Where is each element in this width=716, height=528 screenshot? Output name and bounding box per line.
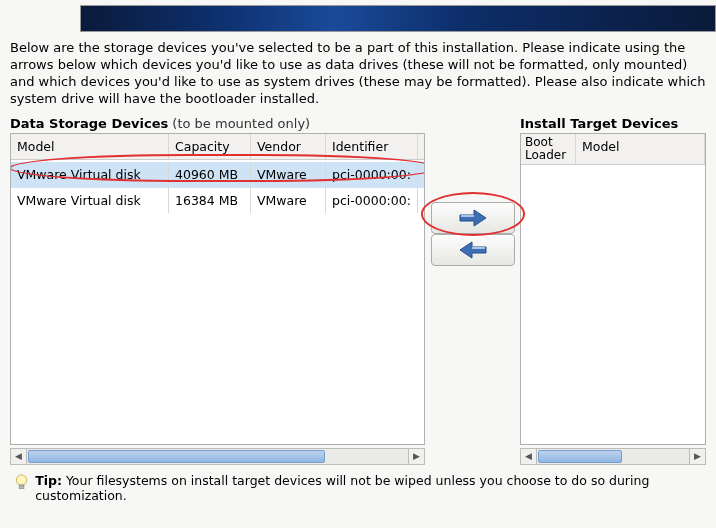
data-storage-header: Model Capacity Vendor Identifier — [11, 134, 424, 160]
arrow-left-icon — [458, 240, 488, 260]
svg-rect-1 — [19, 484, 24, 488]
tip-text: Tip: Your filesystems on install target … — [35, 473, 706, 503]
install-target-header: BootLoader Model — [521, 134, 705, 165]
tip-row: Tip: Your filesystems on install target … — [0, 465, 716, 503]
table-row[interactable]: VMware Virtual disk 16384 MB VMware pci-… — [11, 188, 424, 214]
move-left-button[interactable] — [431, 234, 515, 266]
header-banner-area — [0, 0, 716, 32]
data-storage-hscroll[interactable]: ◀ ▶ — [10, 448, 425, 465]
svg-point-0 — [16, 475, 26, 485]
col-model[interactable]: Model — [11, 134, 169, 159]
install-target-list[interactable]: BootLoader Model — [520, 133, 706, 445]
data-storage-title: Data Storage Devices (to be mounted only… — [10, 112, 425, 133]
scroll-left-icon[interactable]: ◀ — [521, 449, 537, 464]
col-model[interactable]: Model — [576, 134, 705, 164]
cell-identifier: pci-0000:00: — [326, 162, 418, 187]
cell-vendor: VMware — [251, 162, 326, 187]
col-capacity[interactable]: Capacity — [169, 134, 251, 159]
cell-capacity: 40960 MB — [169, 162, 251, 187]
move-right-button[interactable] — [431, 202, 515, 234]
cell-identifier: pci-0000:00: — [326, 188, 418, 213]
instruction-text: Below are the storage devices you've sel… — [0, 32, 716, 112]
install-target-hscroll[interactable]: ◀ ▶ — [520, 448, 706, 465]
scroll-right-icon[interactable]: ▶ — [408, 449, 424, 464]
cell-model: VMware Virtual disk — [11, 188, 169, 213]
cell-capacity: 16384 MB — [169, 188, 251, 213]
install-target-title: Install Target Devices — [520, 112, 706, 133]
lightbulb-icon — [14, 473, 29, 493]
col-identifier[interactable]: Identifier — [326, 134, 418, 159]
data-storage-list[interactable]: Model Capacity Vendor Identifier VMware … — [10, 133, 425, 445]
cell-vendor: VMware — [251, 188, 326, 213]
table-row[interactable]: VMware Virtual disk 40960 MB VMware pci-… — [11, 162, 424, 188]
scroll-left-icon[interactable]: ◀ — [11, 449, 27, 464]
brand-banner — [80, 5, 716, 32]
cell-model: VMware Virtual disk — [11, 162, 169, 187]
scroll-right-icon[interactable]: ▶ — [689, 449, 705, 464]
col-bootloader[interactable]: BootLoader — [521, 134, 576, 164]
arrow-right-icon — [458, 208, 488, 228]
col-vendor[interactable]: Vendor — [251, 134, 326, 159]
